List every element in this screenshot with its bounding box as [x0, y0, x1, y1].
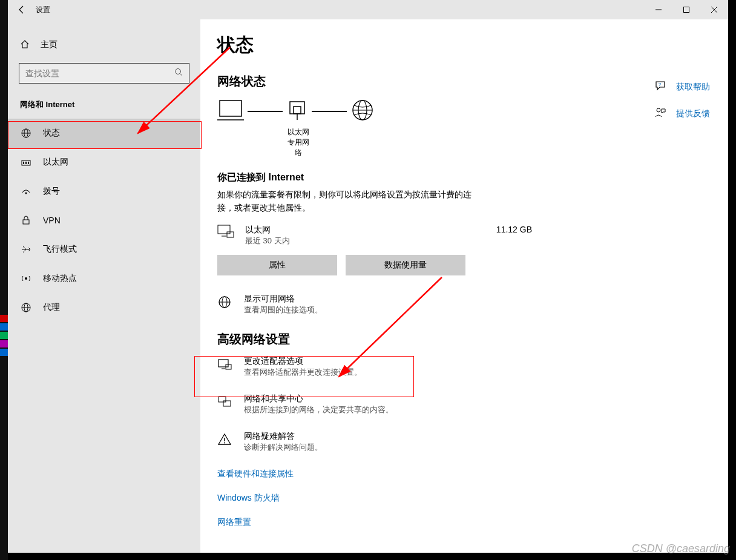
- option-sub: 查看周围的连接选项。: [244, 305, 323, 315]
- svg-rect-25: [218, 225, 230, 234]
- section-advanced: 高级网络设置: [217, 331, 711, 348]
- proxy-icon: [20, 302, 32, 313]
- sidebar-item-status[interactable]: 状态: [8, 119, 200, 148]
- link-network-reset[interactable]: 网络重置: [217, 517, 711, 528]
- monitor-ethernet-icon: [217, 225, 234, 243]
- globe-icon: [350, 98, 375, 125]
- globe-status-icon: [20, 128, 32, 139]
- svg-text:?: ?: [659, 82, 662, 87]
- diagram-labels: 以太网 专用网络: [217, 127, 711, 158]
- ethernet-port-icon: [286, 98, 308, 125]
- sidebar-item-vpn[interactable]: VPN: [8, 206, 200, 235]
- sidebar-item-hotspot[interactable]: 移动热点: [8, 264, 200, 293]
- close-button[interactable]: [700, 0, 728, 19]
- home-label: 主页: [41, 39, 58, 50]
- sharing-center-row[interactable]: 网络和共享中心 根据所连接到的网络，决定要共享的内容。: [217, 394, 532, 415]
- sidebar-item-label: 移动热点: [43, 273, 77, 284]
- svg-rect-20: [294, 107, 301, 114]
- svg-rect-34: [218, 397, 226, 402]
- sidebar-item-ethernet[interactable]: 以太网: [8, 148, 200, 177]
- usage-period: 最近 30 天内: [245, 236, 485, 246]
- search-icon: [174, 68, 183, 79]
- section-network-status: 网络状态: [217, 73, 711, 90]
- ethernet-icon: [20, 157, 32, 168]
- troubleshoot-row[interactable]: 网络疑难解答 诊断并解决网络问题。: [217, 431, 532, 453]
- option-sub: 根据所连接到的网络，决定要共享的内容。: [244, 404, 393, 415]
- svg-rect-12: [23, 220, 29, 224]
- show-networks-row[interactable]: 显示可用网络 查看周围的连接选项。: [217, 294, 532, 315]
- minimize-button[interactable]: [645, 0, 672, 19]
- warning-icon: [217, 431, 233, 449]
- feedback-label: 提供反馈: [676, 108, 710, 119]
- svg-point-39: [657, 108, 660, 112]
- airplane-icon: [20, 244, 32, 255]
- home-icon: [20, 39, 30, 51]
- feedback-link[interactable]: 提供反馈: [654, 107, 710, 121]
- window-title: 设置: [36, 5, 50, 15]
- link-hardware-properties[interactable]: 查看硬件和连接属性: [217, 469, 711, 479]
- option-sub: 诊断并解决网络问题。: [244, 442, 323, 453]
- sidebar-item-proxy[interactable]: 代理: [8, 293, 200, 322]
- sidebar-item-dial[interactable]: 拨号: [8, 177, 200, 206]
- adapter-options-row[interactable]: 更改适配器选项 查看网络适配器并更改连接设置。: [217, 356, 532, 378]
- category-label: 网络和 Internet: [8, 94, 200, 119]
- usage-row: 以太网 最近 30 天内 11.12 GB: [217, 225, 532, 246]
- option-title: 显示可用网络: [244, 294, 323, 305]
- desktop-edge: [0, 0, 8, 560]
- hotspot-icon: [20, 273, 32, 284]
- link-firewall[interactable]: Windows 防火墙: [217, 493, 711, 504]
- diagram-network-type: 专用网络: [286, 137, 310, 158]
- page-title: 状态: [217, 33, 711, 58]
- sidebar-item-label: 代理: [43, 302, 60, 313]
- dial-icon: [20, 186, 32, 197]
- svg-rect-35: [223, 401, 231, 406]
- connected-desc: 如果你的流量套餐有限制，则你可以将此网络设置为按流量计费的连接，或者更改其他属性…: [217, 188, 472, 215]
- network-diagram: [217, 98, 711, 125]
- diagram-ethernet-label: 以太网: [286, 127, 310, 137]
- help-label: 获取帮助: [676, 82, 710, 93]
- sidebar: 主页 网络和 Internet 状态 以太网: [8, 19, 200, 553]
- option-title: 网络疑难解答: [244, 431, 323, 442]
- get-help-link[interactable]: ? 获取帮助: [654, 80, 710, 94]
- svg-line-3: [180, 74, 183, 76]
- properties-button[interactable]: 属性: [217, 255, 337, 275]
- svg-rect-1: [684, 7, 689, 13]
- sidebar-item-label: VPN: [43, 216, 61, 225]
- svg-rect-9: [25, 162, 27, 164]
- help-bubble-icon: ?: [654, 80, 666, 94]
- svg-point-13: [25, 277, 27, 280]
- svg-rect-31: [218, 360, 228, 367]
- sidebar-item-label: 飞行模式: [43, 244, 77, 255]
- back-button[interactable]: [8, 0, 36, 19]
- svg-point-37: [224, 442, 225, 443]
- usage-amount: 11.12 GB: [496, 225, 532, 234]
- svg-rect-10: [28, 162, 29, 164]
- vpn-icon: [20, 215, 32, 226]
- option-sub: 查看网络适配器并更改连接设置。: [244, 367, 362, 378]
- svg-rect-19: [290, 102, 304, 114]
- search-input[interactable]: [25, 68, 174, 78]
- sidebar-item-label: 以太网: [43, 157, 68, 168]
- sidebar-item-label: 状态: [43, 128, 60, 139]
- help-panel: ? 获取帮助 提供反馈: [654, 80, 710, 133]
- sharing-icon: [217, 394, 233, 412]
- computer-icon: [217, 98, 244, 125]
- adapter-icon: [217, 356, 233, 374]
- globe-outline-icon: [217, 294, 233, 312]
- data-usage-button[interactable]: 数据使用量: [346, 255, 465, 275]
- svg-point-11: [25, 193, 27, 194]
- title-bar: 设置: [8, 0, 728, 19]
- svg-rect-8: [23, 162, 24, 164]
- feedback-icon: [654, 107, 666, 121]
- sidebar-item-label: 拨号: [43, 186, 60, 197]
- home-button[interactable]: 主页: [8, 33, 200, 57]
- main-content: 状态 网络状态 以太网 专用网络: [200, 19, 728, 553]
- search-box[interactable]: [19, 63, 189, 84]
- maximize-button[interactable]: [672, 0, 700, 19]
- svg-point-2: [176, 69, 181, 74]
- option-title: 网络和共享中心: [244, 394, 393, 404]
- sidebar-item-airplane[interactable]: 飞行模式: [8, 235, 200, 264]
- option-title: 更改适配器选项: [244, 356, 362, 367]
- svg-rect-17: [220, 100, 242, 116]
- connected-heading: 你已连接到 Internet: [217, 171, 711, 184]
